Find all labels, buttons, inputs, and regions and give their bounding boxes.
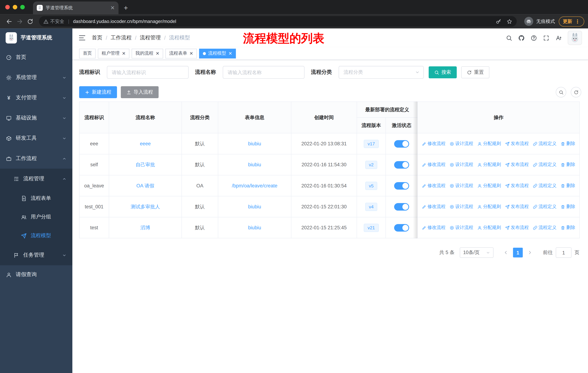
sidebar-item-process-form[interactable]: 流程表单 — [0, 189, 72, 208]
process-definition-link[interactable]: 流程定义 — [533, 203, 557, 210]
publish-process-link[interactable]: 发布流程 — [505, 141, 529, 147]
design-process-link[interactable]: 设计流程 — [450, 224, 473, 231]
delete-link[interactable]: 删除 — [561, 182, 575, 189]
sidebar-item-payment[interactable]: ¥ 支付管理 — [0, 88, 72, 108]
process-name-link[interactable]: eeee — [140, 141, 151, 147]
edit-process-link[interactable]: 修改流程 — [422, 161, 446, 168]
delete-link[interactable]: 删除 — [561, 224, 575, 231]
sidebar-collapse-icon[interactable] — [78, 34, 86, 41]
refresh-table-button[interactable] — [571, 87, 581, 97]
publish-process-link[interactable]: 发布流程 — [505, 161, 529, 168]
active-toggle[interactable] — [394, 140, 409, 147]
sidebar-item-workflow[interactable]: 工作流程 — [0, 148, 72, 169]
avatar[interactable] — [568, 31, 582, 45]
tag-home[interactable]: 首页 — [79, 49, 96, 58]
active-toggle[interactable] — [394, 203, 409, 210]
delete-link[interactable]: 删除 — [561, 161, 575, 168]
window-minimize-button[interactable] — [13, 5, 17, 10]
app-logo[interactable]: 芋道管理系统 — [0, 28, 72, 47]
process-key-input[interactable] — [107, 66, 189, 79]
form-info-link[interactable]: /bpm/oa/leave/create — [232, 183, 277, 189]
tag-close-icon[interactable]: ✕ — [189, 51, 193, 56]
fullscreen-icon[interactable] — [543, 35, 549, 41]
active-toggle[interactable] — [394, 224, 409, 231]
publish-process-link[interactable]: 发布流程 — [505, 203, 529, 210]
forward-button[interactable] — [14, 16, 25, 27]
prev-page-button[interactable] — [501, 248, 511, 257]
tag-my-process[interactable]: 我的流程 ✕ — [132, 49, 163, 58]
font-size-icon[interactable] — [555, 35, 562, 41]
assign-rule-link[interactable]: 分配规则 — [477, 182, 501, 189]
tag-close-icon[interactable]: ✕ — [156, 51, 159, 56]
search-button[interactable]: 搜索 — [429, 66, 457, 78]
process-definition-link[interactable]: 流程定义 — [533, 161, 557, 168]
process-name-link[interactable]: 测试多审批人 — [131, 204, 160, 209]
browser-update-button[interactable]: 更新 ⋮ — [559, 16, 584, 26]
create-process-button[interactable]: 新建流程 — [79, 86, 117, 98]
form-info-link[interactable]: biubiu — [248, 162, 261, 168]
breadcrumb-item[interactable]: 首页 — [92, 34, 102, 41]
tag-close-icon[interactable]: ✕ — [228, 51, 232, 56]
sidebar-item-devtools[interactable]: 研发工具 — [0, 128, 72, 148]
reload-button[interactable] — [25, 16, 35, 27]
edit-process-link[interactable]: 修改流程 — [422, 203, 446, 210]
tag-close-icon[interactable]: ✕ — [122, 51, 126, 56]
next-page-button[interactable] — [525, 248, 535, 257]
toggle-search-button[interactable] — [556, 87, 566, 97]
edit-process-link[interactable]: 修改流程 — [422, 182, 446, 189]
active-toggle[interactable] — [394, 182, 409, 189]
browser-tab[interactable]: 芋道管理系统 ✕ — [33, 1, 118, 14]
goto-page-input[interactable] — [556, 247, 571, 258]
process-definition-link[interactable]: 流程定义 — [533, 141, 557, 147]
github-icon[interactable] — [518, 35, 525, 41]
sidebar-item-task-mgmt[interactable]: 任务管理 — [0, 245, 72, 265]
sidebar-item-process-mgmt[interactable]: 流程管理 — [0, 169, 72, 189]
page-size-select[interactable]: 10条/页 — [460, 247, 494, 258]
tag-process-form[interactable]: 流程表单 ✕ — [166, 49, 197, 58]
process-name-link[interactable]: 自己审批 — [136, 162, 155, 167]
edit-process-link[interactable]: 修改流程 — [422, 141, 446, 147]
process-definition-link[interactable]: 流程定义 — [533, 224, 557, 231]
design-process-link[interactable]: 设计流程 — [450, 203, 473, 210]
assign-rule-link[interactable]: 分配规则 — [477, 161, 501, 168]
form-info-link[interactable]: biubiu — [248, 225, 261, 230]
window-close-button[interactable] — [5, 5, 10, 10]
assign-rule-link[interactable]: 分配规则 — [477, 224, 501, 231]
process-name-link[interactable]: OA 请假 — [136, 183, 154, 188]
design-process-link[interactable]: 设计流程 — [450, 182, 473, 189]
process-definition-link[interactable]: 流程定义 — [533, 182, 557, 189]
tag-process-model[interactable]: 流程模型 ✕ — [199, 49, 236, 58]
sidebar-item-infra[interactable]: 基础设施 — [0, 108, 72, 128]
browser-menu-icon[interactable]: ⋮ — [575, 18, 580, 24]
search-icon[interactable] — [506, 35, 512, 41]
form-info-link[interactable]: biubiu — [248, 141, 261, 147]
breadcrumb-item[interactable]: 工作流程 — [111, 34, 132, 41]
address-bar[interactable]: 不安全 | dashboard.yudao.iocoder.cn/bpm/man… — [39, 16, 517, 27]
publish-process-link[interactable]: 发布流程 — [505, 224, 529, 231]
process-name-link[interactable]: 滔博 — [140, 225, 150, 230]
page-number-button[interactable]: 1 — [513, 248, 523, 257]
publish-process-link[interactable]: 发布流程 — [505, 182, 529, 189]
new-tab-button[interactable]: + — [124, 4, 128, 12]
back-button[interactable] — [4, 16, 14, 27]
security-indicator[interactable]: 不安全 — [43, 18, 64, 25]
assign-rule-link[interactable]: 分配规则 — [477, 203, 501, 210]
help-icon[interactable] — [531, 35, 537, 41]
delete-link[interactable]: 删除 — [561, 203, 575, 210]
design-process-link[interactable]: 设计流程 — [450, 161, 473, 168]
category-select[interactable]: 流程分类 — [339, 66, 424, 79]
delete-link[interactable]: 删除 — [561, 141, 575, 147]
bookmark-star-icon[interactable] — [507, 19, 512, 24]
form-info-link[interactable]: biubiu — [248, 204, 261, 210]
sidebar-item-system[interactable]: 系统管理 — [0, 67, 72, 88]
reset-button[interactable]: 重置 — [461, 66, 489, 78]
sidebar-item-leave-query[interactable]: 请假查询 — [0, 265, 72, 284]
process-name-input[interactable] — [223, 66, 304, 79]
sidebar-item-user-group[interactable]: 用户分组 — [0, 208, 72, 226]
tab-close-icon[interactable]: ✕ — [110, 5, 115, 10]
import-process-button[interactable]: 导入流程 — [121, 86, 158, 98]
breadcrumb-item[interactable]: 流程管理 — [140, 34, 161, 41]
password-key-icon[interactable] — [496, 19, 501, 24]
sidebar-item-process-model[interactable]: 流程模型 — [0, 226, 72, 245]
window-zoom-button[interactable] — [20, 5, 25, 10]
